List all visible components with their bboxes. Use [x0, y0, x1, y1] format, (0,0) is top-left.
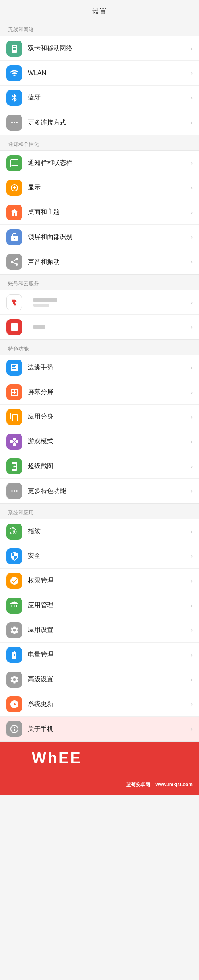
menu-label-split: 屏幕分屏: [28, 388, 187, 396]
chevron-clone: ›: [191, 413, 193, 421]
split-icon: [6, 384, 22, 400]
chevron-wifi: ›: [191, 70, 193, 77]
menu-item-wifi[interactable]: WLAN ›: [0, 61, 199, 86]
display-icon: [6, 180, 22, 196]
menu-label-finger: 指纹: [28, 527, 187, 536]
menu-item-game[interactable]: 游戏模式 ›: [0, 429, 199, 454]
chevron-bt: ›: [191, 94, 193, 101]
page-title: 设置: [0, 0, 199, 21]
menu-label-battery: 电量管理: [28, 651, 187, 659]
sim-icon: [6, 41, 22, 57]
finger-icon: [6, 524, 22, 540]
chevron-notif: ›: [191, 160, 193, 167]
about-icon: [6, 721, 22, 737]
menu-item-appsetting[interactable]: 应用设置 ›: [0, 618, 199, 643]
clone-icon: [6, 409, 22, 425]
chevron-game: ›: [191, 438, 193, 445]
menu-item-screenshot[interactable]: 超级截图 ›: [0, 454, 199, 479]
menu-list-network: 双卡和移动网络 › WLAN › 蓝牙 › 更多连接方式 ›: [0, 36, 199, 135]
chevron-display: ›: [191, 184, 193, 191]
lock-icon: [6, 229, 22, 245]
chevron-lock: ›: [191, 234, 193, 241]
game-icon: [6, 434, 22, 450]
chevron-update: ›: [191, 701, 193, 708]
whee-text: WhEE: [32, 750, 82, 766]
chevron-screenshot: ›: [191, 463, 193, 470]
menu-item-finger[interactable]: 指纹 ›: [0, 519, 199, 544]
menu-list-features: 边缘手势 › 屏幕分屏 › 应用分身 › 游戏模式 ›: [0, 355, 199, 504]
section-system: 系统和应用 指纹 › 安全 › 权限管理 › 应: [0, 504, 199, 742]
menu-list-personalization: 通知栏和状态栏 › 显示 › 桌面和主题 › 锁屏和面部识别 ›: [0, 150, 199, 275]
menu-label-appmanage: 应用管理: [28, 601, 187, 610]
menu-label-sound: 声音和振动: [28, 258, 187, 266]
account2-icon: [6, 319, 22, 335]
chevron-perm: ›: [191, 577, 193, 584]
chevron-security: ›: [191, 553, 193, 560]
menu-item-perm[interactable]: 权限管理 ›: [0, 569, 199, 593]
menu-item-bt[interactable]: 蓝牙 ›: [0, 86, 199, 110]
menu-label-update: 系统更新: [28, 700, 187, 708]
menu-item-account1[interactable]: ›: [0, 290, 199, 315]
section-header-network: 无线和网络: [0, 21, 199, 36]
menu-label-more-feat: 更多特色功能: [28, 487, 187, 495]
menu-item-battery[interactable]: 电量管理 ›: [0, 643, 199, 667]
menu-item-more-feat[interactable]: 更多特色功能 ›: [0, 479, 199, 503]
menu-item-update[interactable]: 系统更新 ›: [0, 692, 199, 717]
menu-list-account: › ›: [0, 290, 199, 340]
chevron-account2: ›: [191, 323, 193, 331]
perm-icon: [6, 573, 22, 589]
security-icon: [6, 548, 22, 564]
chevron-edge: ›: [191, 364, 193, 371]
account1-icon: [6, 294, 22, 310]
wifi-icon: [6, 65, 22, 81]
notif-icon: [6, 155, 22, 171]
menu-item-edge[interactable]: 边缘手势 ›: [0, 355, 199, 380]
update-icon: [6, 696, 22, 712]
menu-label-appsetting: 应用设置: [28, 626, 187, 634]
menu-item-lock[interactable]: 锁屏和面部识别 ›: [0, 225, 199, 249]
desktop-icon: [6, 205, 22, 220]
menu-label-perm: 权限管理: [28, 577, 187, 585]
menu-item-security[interactable]: 安全 ›: [0, 544, 199, 569]
menu-item-sim[interactable]: 双卡和移动网络 ›: [0, 36, 199, 61]
menu-label-display: 显示: [28, 183, 187, 192]
section-network: 无线和网络 双卡和移动网络 › WLAN › 蓝牙 ›: [0, 21, 199, 135]
menu-label-about: 关于手机: [28, 725, 187, 733]
menu-item-clone[interactable]: 应用分身 ›: [0, 405, 199, 429]
menu-item-appmanage[interactable]: 应用管理 ›: [0, 593, 199, 618]
section-header-features: 特色功能: [0, 340, 199, 355]
appmanage-icon: [6, 598, 22, 614]
sound-icon: [6, 254, 22, 270]
menu-item-advsetting[interactable]: 高级设置 ›: [0, 667, 199, 692]
chevron-split: ›: [191, 389, 193, 396]
menu-item-account2[interactable]: ›: [0, 315, 199, 339]
chevron-desktop: ›: [191, 209, 193, 216]
menu-item-display[interactable]: 显示 ›: [0, 175, 199, 200]
chevron-about: ›: [191, 725, 193, 733]
chevron-battery: ›: [191, 651, 193, 659]
menu-label-screenshot: 超级截图: [28, 462, 187, 470]
edge-icon: [6, 360, 22, 376]
bt-icon: [6, 90, 22, 106]
menu-item-desktop[interactable]: 桌面和主题 ›: [0, 200, 199, 225]
section-header-personalization: 通知和个性化: [0, 135, 199, 150]
menu-item-sound[interactable]: 声音和振动 ›: [0, 249, 199, 274]
menu-item-notif[interactable]: 通知栏和状态栏 ›: [0, 151, 199, 175]
menu-label-clone: 应用分身: [28, 413, 187, 421]
menu-label-security: 安全: [28, 552, 187, 560]
more-conn-icon: [6, 115, 22, 131]
more-feat-icon: [6, 483, 22, 499]
watermark-text: 蓝莓安卓网 www.imkjst.com: [126, 781, 193, 788]
menu-item-split[interactable]: 屏幕分屏 ›: [0, 380, 199, 405]
menu-label-notif: 通知栏和状态栏: [28, 159, 187, 167]
section-account: 账号和云服务 › ›: [0, 275, 199, 340]
battery-icon: [6, 647, 22, 663]
menu-label-more-conn: 更多连接方式: [28, 119, 187, 127]
menu-item-more-conn[interactable]: 更多连接方式 ›: [0, 110, 199, 135]
menu-label-wifi: WLAN: [28, 70, 187, 77]
chevron-appmanage: ›: [191, 602, 193, 609]
section-header-account: 账号和云服务: [0, 275, 199, 290]
watermark-bar: 蓝莓安卓网 www.imkjst.com: [0, 775, 199, 795]
menu-item-about[interactable]: 关于手机 ›: [0, 717, 199, 741]
menu-label-desktop: 桌面和主题: [28, 208, 187, 216]
